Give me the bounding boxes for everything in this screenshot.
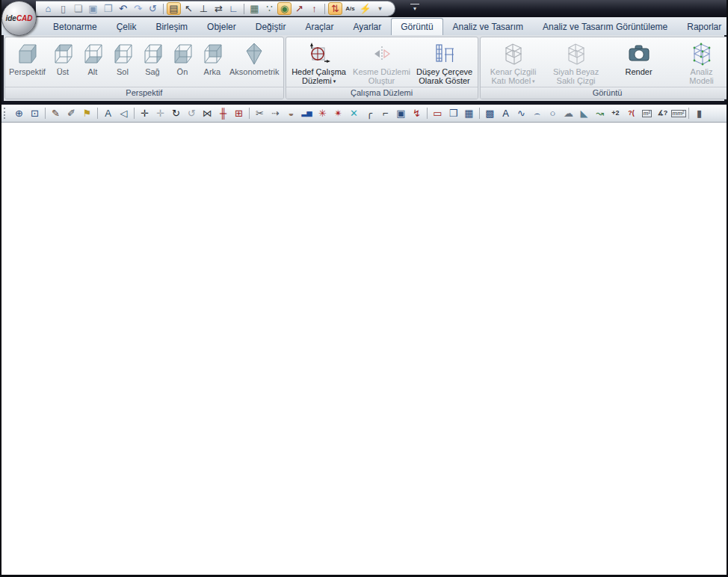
on-button[interactable]: Ön (167, 39, 197, 87)
arka-button[interactable]: Arka (197, 39, 227, 87)
move-icon[interactable]: ✛ (137, 106, 152, 120)
macro-caret-icon[interactable]: ▾ (373, 2, 387, 15)
autosave-icon[interactable]: A/s (343, 2, 357, 15)
save-all-icon[interactable]: ❐ (101, 2, 115, 15)
drawing-toolbar: ⊕⊡✎✐⚑A◁✛✛↻↺⋈╫⊞✂⇢◒▂▅✳✴✕╭⌐▣↯▭❒▦▩A∿⌢○☁◣↝+2?… (1, 105, 727, 123)
chamfer-icon[interactable]: ⌐ (377, 106, 393, 120)
toolbar-separator (427, 108, 428, 119)
tab-objeler[interactable]: Objeler (197, 18, 246, 35)
tab-analiz-ve-tasar-m-g-r-nt-leme[interactable]: Analiz ve Tasarım Görüntüleme (533, 18, 677, 35)
object-snap-icon[interactable]: ∵ (262, 2, 277, 15)
rotate-icon[interactable]: ↻ (168, 106, 184, 120)
grid-snap-icon[interactable]: ▦ (247, 2, 262, 15)
scale-box-icon[interactable]: ▣ (393, 106, 409, 120)
perspektif-button[interactable]: Perspektif (7, 39, 48, 87)
open-file-icon[interactable]: ❏ (71, 2, 85, 15)
sol-button[interactable]: Sol (108, 39, 138, 87)
arc-icon[interactable]: ⌢ (529, 106, 545, 120)
hedef-calisma-duzlemi-button[interactable]: Hedef ÇalışmaDüzlemi ▾ (288, 39, 351, 87)
undo-icon[interactable]: ↶ (116, 2, 130, 15)
alt-button[interactable]: Alt (78, 39, 108, 87)
angle-measure-icon[interactable]: ∡? (655, 106, 670, 120)
ust-button[interactable]: Üst (48, 39, 78, 87)
area-mm2-icon[interactable]: mm² (670, 106, 686, 120)
column-axis-icon[interactable]: ╫ (215, 106, 231, 120)
parallel-snap-icon[interactable]: ⇄ (212, 2, 226, 15)
stretch-icon[interactable]: ▭ (430, 106, 445, 120)
drawing-canvas[interactable] (1, 123, 727, 575)
endpoint-snap-icon[interactable]: ↗ (292, 2, 306, 15)
measure-length-icon[interactable]: ?( (623, 106, 639, 120)
save-icon[interactable]: ▣ (86, 2, 100, 15)
circle-icon[interactable]: ○ (545, 106, 561, 120)
tab-birle-im[interactable]: Birleşim (146, 18, 197, 35)
perpendicular-snap-icon[interactable]: ⊥ (197, 2, 211, 15)
measure-pen-icon[interactable]: ✎ (48, 106, 64, 120)
array-icon[interactable]: ⊞ (231, 106, 247, 120)
quick-access-overflow-button[interactable]: ▾ (410, 4, 419, 12)
tab--elik[interactable]: Çelik (107, 18, 146, 35)
button-label: Ön (177, 67, 188, 76)
new-file-icon[interactable]: ▯ (56, 2, 70, 15)
solid-edges-model-icon (501, 41, 526, 67)
tab-betonarme[interactable]: Betonarme (43, 18, 107, 35)
layers-icon[interactable]: ▤ (167, 2, 181, 15)
redo-icon[interactable]: ↷ (131, 2, 145, 15)
siyah-beyaz-sakli-cizgi-button[interactable]: Siyah BeyazSaklı Çizgi (545, 39, 608, 87)
break-icon[interactable]: ✳ (315, 106, 330, 120)
tab-de-i-tir[interactable]: Değiştir (246, 18, 296, 35)
snap-toggle-icon[interactable]: ◉ (277, 2, 291, 15)
divide-icon[interactable]: ✕ (346, 106, 362, 120)
midpoint-snap-icon[interactable]: ↑ (307, 2, 321, 15)
home-icon[interactable]: ⌂ (41, 2, 55, 15)
trim-icon[interactable]: ✂ (252, 106, 268, 120)
text-icon[interactable]: A (498, 106, 513, 120)
tab-ara-lar[interactable]: Araçlar (295, 18, 343, 35)
mirror-icon[interactable]: ⋈ (200, 106, 215, 120)
button-label: Düşey ÇerçeveOlarak Göster (416, 67, 472, 85)
clipped-edge-icon[interactable]: ▮ (691, 106, 707, 120)
stats-chart-icon[interactable]: ▂▅ (299, 106, 315, 120)
aksonometrik-button[interactable]: Aksonometrik (227, 39, 282, 87)
revert-icon[interactable]: ↺ (146, 2, 160, 15)
break-at-point-icon[interactable]: ✴ (330, 106, 346, 120)
style-picker-pen-icon[interactable]: ✐ (64, 106, 79, 120)
tab-analiz-ve-tasar-m[interactable]: Analiz ve Tasarım (443, 18, 533, 35)
dimension-icon[interactable]: ⇅ (328, 2, 342, 15)
macro-lightning-icon[interactable]: ⚡ (358, 2, 372, 15)
leader-note-icon[interactable]: ⚑ (79, 106, 95, 120)
tab-raporlar[interactable]: Raporlar (677, 18, 728, 35)
zoom-extents-icon[interactable]: ⊡ (27, 106, 43, 120)
sag-button[interactable]: Sağ (138, 39, 167, 87)
area-m2-icon[interactable]: m² (639, 106, 655, 120)
rotate-copy-icon[interactable]: ↺ (184, 106, 200, 120)
angle-compass-icon[interactable]: A (100, 106, 116, 120)
match-wand-icon[interactable]: ↯ (409, 106, 425, 120)
ortho-mode-icon[interactable]: ∟ (226, 2, 241, 15)
hatch-icon[interactable]: ◣ (576, 106, 592, 120)
spline-measure-icon[interactable]: ↝ (592, 106, 608, 120)
polyline-icon[interactable]: ∿ (513, 106, 529, 120)
toolbar-separator (45, 108, 46, 119)
move-copy-icon[interactable]: ✛ (152, 106, 168, 120)
dusey-cerceve-button[interactable]: Düşey ÇerçeveOlarak Göster (413, 39, 476, 87)
select-cursor-icon[interactable]: ↖ (182, 2, 196, 15)
arc-direction-icon[interactable]: ◁ (116, 106, 132, 120)
zoom-window-icon[interactable]: ⊕ (11, 106, 27, 120)
analiz-modeli-button[interactable]: AnalizModeli (670, 39, 728, 87)
dome-icon[interactable]: ◒ (283, 106, 299, 120)
offset-plus2-icon[interactable]: +2 (608, 106, 623, 120)
kenar-cizgili-kati-model-button[interactable]: Kenar ÇizgiliKatı Model ▾ (482, 39, 545, 87)
app-logo[interactable]: ideCAD (1, 1, 37, 36)
tab-ayarlar[interactable]: Ayarlar (343, 18, 391, 35)
tab-g-r-nt-[interactable]: Görüntü (391, 18, 442, 35)
kesme-duzlemi-olustur-button[interactable]: Kesme DüzlemiOluştur (351, 39, 413, 87)
extend-icon[interactable]: ⇢ (268, 106, 283, 120)
image-icon[interactable]: ▩ (482, 106, 498, 120)
frame-grid-icon[interactable]: ▦ (461, 106, 477, 120)
solid-box-icon[interactable]: ❒ (445, 106, 461, 120)
fillet-icon[interactable]: ╭ (362, 106, 377, 120)
render-button[interactable]: Render (608, 39, 670, 87)
toolbar-grip-handle[interactable] (4, 108, 8, 119)
revision-cloud-icon[interactable]: ☁ (561, 106, 576, 120)
